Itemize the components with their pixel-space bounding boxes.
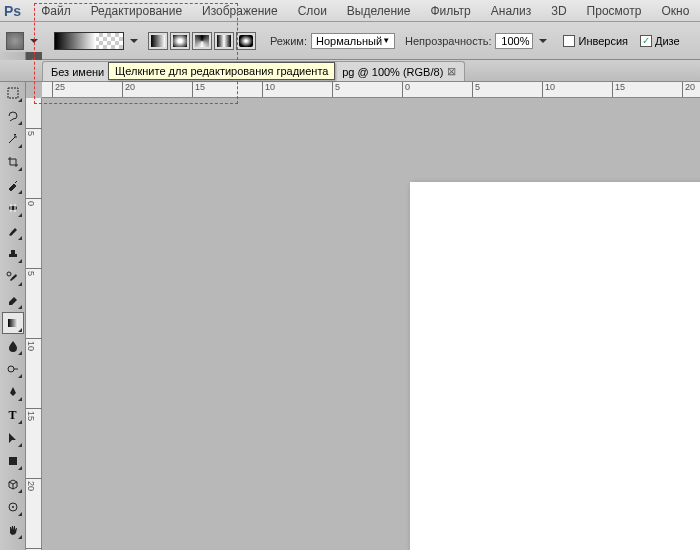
- menu-select[interactable]: Выделение: [337, 2, 421, 20]
- tab-title-suffix: pg @ 100% (RGB/8): [342, 66, 443, 78]
- gradient-linear-button[interactable]: [148, 32, 168, 50]
- tool-preset-dropdown[interactable]: [28, 32, 40, 50]
- ruler-horizontal[interactable]: 25201510505101520: [42, 82, 700, 98]
- mode-label: Режим:: [270, 35, 307, 47]
- menu-view[interactable]: Просмотр: [577, 2, 652, 20]
- document-tabbar: Без имени pg @ 100% (RGB/8) ⊠ Щелкните д…: [0, 60, 700, 82]
- tab-close-icon[interactable]: ⊠: [447, 65, 456, 78]
- mode-value: Нормальный: [316, 35, 382, 47]
- menu-file[interactable]: Файл: [31, 2, 81, 20]
- work-area: 25201510505101520 50510152025: [0, 82, 700, 550]
- opacity-label: Непрозрачность:: [405, 35, 491, 47]
- menu-window[interactable]: Окно: [651, 2, 699, 20]
- optionsbar: Режим: Нормальный▼ Непрозрачность: 100% …: [0, 22, 700, 60]
- canvas-area[interactable]: [42, 98, 700, 550]
- gradient-tooltip: Щелкните для редактирования градиента: [108, 62, 335, 80]
- gradient-radial-button[interactable]: [170, 32, 190, 50]
- dither-label: Дизе: [655, 35, 680, 47]
- menu-layers[interactable]: Слои: [288, 2, 337, 20]
- dither-checkbox-wrap[interactable]: Дизе: [640, 35, 680, 47]
- gradient-preview[interactable]: [54, 32, 124, 50]
- gradient-angle-button[interactable]: [192, 32, 212, 50]
- opacity-dropdown[interactable]: [537, 32, 549, 50]
- menu-image[interactable]: Изображение: [192, 2, 288, 20]
- opacity-input[interactable]: 100%: [495, 33, 533, 49]
- menu-analysis[interactable]: Анализ: [481, 2, 542, 20]
- gradient-type-group: [148, 32, 256, 50]
- menu-filter[interactable]: Фильтр: [420, 2, 480, 20]
- app-logo: Ps: [4, 3, 21, 19]
- dither-checkbox[interactable]: [640, 35, 652, 47]
- document-canvas[interactable]: [410, 182, 700, 550]
- invert-label: Инверсия: [578, 35, 628, 47]
- menu-3d[interactable]: 3D: [541, 2, 576, 20]
- mode-select[interactable]: Нормальный▼: [311, 33, 395, 49]
- menu-edit[interactable]: Редактирование: [81, 2, 192, 20]
- invert-checkbox-wrap[interactable]: Инверсия: [563, 35, 628, 47]
- ruler-vertical[interactable]: 50510152025: [26, 98, 42, 550]
- gradient-reflected-button[interactable]: [214, 32, 234, 50]
- tab-title-prefix: Без имени: [51, 66, 104, 78]
- gradient-diamond-button[interactable]: [236, 32, 256, 50]
- gradient-picker-dropdown[interactable]: [128, 32, 140, 50]
- invert-checkbox[interactable]: [563, 35, 575, 47]
- tool-preset-icon[interactable]: [6, 32, 24, 50]
- menubar: Ps Файл Редактирование Изображение Слои …: [0, 0, 700, 22]
